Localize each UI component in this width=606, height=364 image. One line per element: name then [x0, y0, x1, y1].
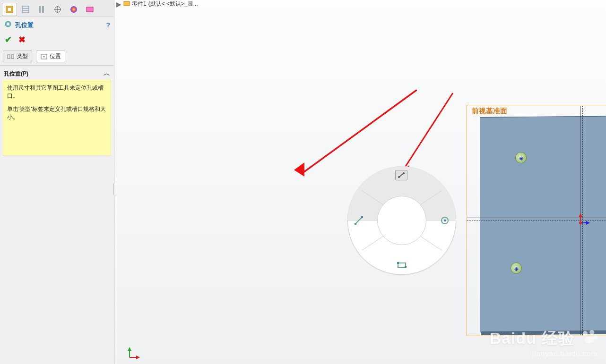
svg-marker-43: [586, 221, 590, 225]
svg-line-28: [420, 236, 442, 250]
origin-triad-icon: [576, 213, 590, 228]
svg-point-31: [403, 172, 405, 174]
help-icon[interactable]: ?: [106, 21, 110, 29]
svg-line-27: [362, 236, 383, 250]
tab-type[interactable]: 类型: [3, 51, 32, 62]
svg-rect-6: [42, 6, 44, 13]
part-icon: [123, 0, 130, 8]
svg-line-23: [403, 93, 453, 170]
svg-rect-2: [22, 6, 29, 13]
svg-marker-22: [294, 162, 304, 177]
svg-rect-1: [8, 8, 11, 11]
svg-rect-11: [87, 7, 93, 12]
watermark-url: jingyan.baidu.com: [490, 349, 597, 357]
svg-point-51: [593, 335, 597, 339]
cancel-button[interactable]: ✖: [18, 34, 26, 45]
svg-rect-39: [405, 266, 407, 268]
svg-rect-38: [397, 262, 399, 264]
breadcrumb-arrow-icon: ▶: [116, 0, 121, 8]
svg-rect-14: [8, 55, 10, 59]
feature-title-text: 孔位置: [15, 21, 34, 29]
tab-appearance-icon[interactable]: [66, 3, 81, 16]
tab-property-icon[interactable]: [18, 3, 33, 16]
svg-point-44: [579, 221, 582, 224]
point-icon: ✳: [519, 156, 522, 159]
svg-rect-33: [355, 223, 356, 225]
tab-config-icon[interactable]: [34, 3, 49, 16]
tab-position[interactable]: 位置: [36, 51, 65, 62]
watermark-brand: Baidu 经验: [490, 329, 575, 347]
feature-title: 孔位置 ?: [0, 17, 114, 33]
tab-type-label: 类型: [17, 52, 28, 60]
radial-tool-rect-icon[interactable]: [395, 259, 408, 272]
svg-line-20: [303, 91, 416, 172]
svg-rect-18: [124, 1, 130, 6]
breadcrumb[interactable]: ▶ 零件1 (默认< <默认>_显...: [116, 0, 198, 8]
radial-tool-top-icon[interactable]: [395, 170, 407, 180]
svg-line-32: [355, 217, 362, 224]
svg-rect-5: [39, 6, 41, 13]
plane-label: 前视基准面: [472, 107, 507, 116]
section-title: 孔位置(P): [4, 70, 28, 78]
property-panel: 孔位置 ? ✔ ✖ 类型 位置 孔位置(P) ︿ 使用尺寸和其它草图工具来定位孔…: [0, 0, 114, 364]
svg-point-50: [589, 330, 594, 335]
hole-point-1[interactable]: ✳: [515, 152, 527, 163]
svg-rect-15: [11, 55, 14, 59]
chevron-up-icon: ︿: [104, 69, 110, 78]
watermark: Baidu 经验 jingyan.baidu.com: [490, 328, 597, 357]
svg-point-30: [398, 176, 400, 178]
radial-tool-line-icon[interactable]: [352, 214, 365, 227]
svg-marker-41: [579, 213, 582, 217]
ok-cancel-row: ✔ ✖: [0, 33, 114, 49]
breadcrumb-config: (默认< <默认>_显...: [148, 0, 198, 8]
point-icon: ✳: [514, 266, 518, 270]
panel-toolbar: [0, 0, 114, 17]
svg-point-13: [7, 23, 9, 25]
svg-line-19: [303, 90, 417, 172]
svg-point-17: [43, 56, 45, 57]
hole-icon: [4, 20, 12, 30]
svg-line-26: [420, 191, 442, 205]
tabs-row: 类型 位置: [0, 49, 114, 66]
svg-rect-34: [361, 216, 363, 218]
breadcrumb-part: 零件1: [132, 0, 147, 8]
view-triad-icon: [127, 346, 141, 360]
tab-position-label: 位置: [50, 52, 61, 60]
svg-point-49: [583, 331, 588, 336]
svg-marker-48: [136, 356, 140, 359]
hint-line-2: 单击'类型'标签来定义孔或槽口规格和大小。: [7, 105, 107, 122]
svg-point-10: [70, 6, 77, 13]
section-header[interactable]: 孔位置(P) ︿: [0, 66, 114, 80]
type-icon: [7, 53, 15, 60]
position-icon: [40, 53, 48, 60]
ok-button[interactable]: ✔: [5, 34, 12, 45]
tab-dim-icon[interactable]: [50, 3, 65, 16]
svg-rect-36: [444, 220, 446, 221]
radial-tool-circle-icon[interactable]: [438, 214, 451, 227]
graphics-viewport[interactable]: ▶ 零件1 (默认< <默认>_显...: [114, 0, 606, 364]
radial-menu: [347, 166, 456, 275]
hole-point-3[interactable]: ✳: [511, 262, 522, 274]
annotation-arrow-line: [396, 91, 458, 176]
hint-box: 使用尺寸和其它草图工具来定位孔或槽口。 单击'类型'标签来定义孔或槽口规格和大小…: [3, 80, 111, 155]
paw-icon: [581, 329, 597, 347]
svg-point-52: [585, 337, 594, 343]
svg-marker-46: [128, 347, 131, 351]
tab-feature-tree-icon[interactable]: [2, 3, 17, 16]
tab-decal-icon[interactable]: [82, 3, 97, 16]
svg-line-25: [362, 191, 383, 205]
app-root: 孔位置 ? ✔ ✖ 类型 位置 孔位置(P) ︿ 使用尺寸和其它草图工具来定位孔…: [0, 0, 606, 364]
hint-line-1: 使用尺寸和其它草图工具来定位孔或槽口。: [7, 84, 107, 101]
svg-rect-37: [398, 263, 406, 268]
